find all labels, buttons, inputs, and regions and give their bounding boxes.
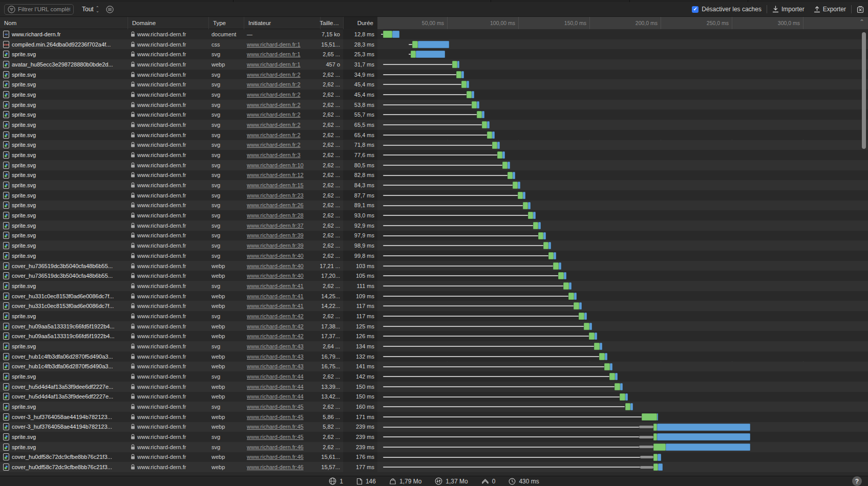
waterfall-cell[interactable]: [377, 402, 868, 412]
initiator-link[interactable]: www.richard-dern.fr:45: [247, 414, 304, 420]
request-row[interactable]: sprite.svgwww.richard-dern.frsvgwww.rich…: [0, 180, 868, 190]
request-row[interactable]: csscompiled.min.264dba0d92236f702a4f...w…: [0, 39, 868, 50]
request-row[interactable]: sprite.svgwww.richard-dern.frsvgwww.rich…: [0, 170, 868, 181]
clear-network-items-button[interactable]: [857, 6, 864, 13]
initiator-link[interactable]: www.richard-dern.fr:40: [247, 273, 304, 279]
initiator-link[interactable]: www.richard-dern.fr:12: [247, 172, 304, 178]
initiator-link[interactable]: www.richard-dern.fr:2: [247, 112, 301, 118]
initiator-link[interactable]: www.richard-dern.fr:37: [247, 223, 304, 229]
filter-options-button[interactable]: [106, 6, 114, 13]
waterfall-cell[interactable]: [377, 271, 868, 281]
waterfall-cell[interactable]: [377, 29, 868, 39]
waterfall-cell[interactable]: [377, 452, 868, 462]
waterfall-cell[interactable]: [377, 210, 868, 220]
waterfall-cell[interactable]: [377, 201, 868, 211]
request-row[interactable]: sprite.svgwww.richard-dern.frsvgwww.rich…: [0, 49, 868, 59]
waterfall-cell[interactable]: [377, 382, 868, 392]
request-row[interactable]: cover_hu5d4d4af13a53f9dee6df2227e...www.…: [0, 392, 868, 402]
waterfall-cell[interactable]: [377, 130, 868, 140]
column-header-initiateur[interactable]: Initiateur: [244, 17, 320, 29]
request-row[interactable]: sprite.svgwww.richard-dern.frsvgwww.rich…: [0, 190, 868, 201]
waterfall-cell[interactable]: [377, 321, 868, 332]
initiator-link[interactable]: www.richard-dern.fr:41: [247, 303, 304, 309]
column-header-type[interactable]: Type: [208, 17, 244, 29]
waterfall-cell[interactable]: [377, 251, 868, 261]
request-row[interactable]: sprite.svgwww.richard-dern.frsvgwww.rich…: [0, 90, 868, 100]
initiator-link[interactable]: www.richard-dern.fr:45: [247, 404, 304, 410]
scrollbar-thumb[interactable]: [862, 32, 866, 149]
vertical-scrollbar[interactable]: [861, 29, 867, 472]
initiator-link[interactable]: www.richard-dern.fr:43: [247, 343, 304, 349]
resource-type-select[interactable]: Tout ⌃⌃: [82, 6, 99, 13]
request-row[interactable]: sprite.svgwww.richard-dern.frsvgwww.rich…: [0, 231, 868, 241]
request-row[interactable]: sprite.svgwww.richard-dern.frsvgwww.rich…: [0, 281, 868, 291]
waterfall-cell[interactable]: [377, 432, 868, 442]
request-row[interactable]: cover_hu0df58c72dc9cfbe8bb76c21f3...www.…: [0, 462, 868, 472]
waterfall-cell[interactable]: [377, 79, 868, 90]
request-row[interactable]: sprite.svgwww.richard-dern.frsvgwww.rich…: [0, 210, 868, 220]
waterfall-cell[interactable]: [377, 240, 868, 251]
request-row[interactable]: sprite.svgwww.richard-dern.frsvgwww.rich…: [0, 120, 868, 130]
request-row[interactable]: sprite.svgwww.richard-dern.frsvgwww.rich…: [0, 402, 868, 412]
waterfall-cell[interactable]: [377, 362, 868, 372]
request-row[interactable]: sprite.svgwww.richard-dern.frsvgwww.rich…: [0, 371, 868, 382]
waterfall-cell[interactable]: [377, 100, 868, 110]
initiator-link[interactable]: www.richard-dern.fr:45: [247, 434, 304, 440]
waterfall-cell[interactable]: [377, 291, 868, 301]
request-row[interactable]: cover_hu09aa5a133319c66fd5f1922b4...www.…: [0, 331, 868, 341]
waterfall-cell[interactable]: [377, 442, 868, 452]
request-row[interactable]: cover_hu0df58c72dc9cfbe8bb76c21f3...www.…: [0, 452, 868, 462]
initiator-link[interactable]: www.richard-dern.fr:43: [247, 354, 304, 360]
request-row[interactable]: sprite.svgwww.richard-dern.frsvgwww.rich…: [0, 140, 868, 150]
initiator-link[interactable]: www.richard-dern.fr:46: [247, 464, 304, 470]
waterfall-cell[interactable]: [377, 261, 868, 271]
initiator-link[interactable]: www.richard-dern.fr:2: [247, 102, 301, 108]
request-row[interactable]: sprite.svgwww.richard-dern.frsvgwww.rich…: [0, 432, 868, 442]
waterfall-cell[interactable]: [377, 150, 868, 160]
initiator-link[interactable]: www.richard-dern.fr:2: [247, 92, 301, 98]
export-button[interactable]: Exporter: [814, 6, 846, 13]
waterfall-cell[interactable]: [377, 341, 868, 351]
waterfall-cell[interactable]: [377, 109, 868, 120]
waterfall-cell[interactable]: [377, 371, 868, 382]
waterfall-cell[interactable]: [377, 231, 868, 241]
waterfall-cell[interactable]: [377, 351, 868, 362]
waterfall-cell[interactable]: [377, 392, 868, 402]
waterfall-cell[interactable]: [377, 39, 868, 50]
request-row[interactable]: sprite.svgwww.richard-dern.frsvgwww.rich…: [0, 240, 868, 251]
request-row[interactable]: cover_hub1c4fb3dfa06d2870f5d490a3...www.…: [0, 362, 868, 372]
disable-caches-checkbox[interactable]: ✓ Désactiver les caches: [692, 6, 761, 13]
initiator-link[interactable]: www.richard-dern.fr:2: [247, 142, 301, 148]
waterfall-cell[interactable]: [377, 331, 868, 341]
waterfall-cell[interactable]: [377, 281, 868, 291]
initiator-link[interactable]: www.richard-dern.fr:42: [247, 323, 304, 329]
import-button[interactable]: Importer: [772, 6, 805, 13]
request-row[interactable]: cover-3_huf3764058ae44194b782123...www.r…: [0, 412, 868, 422]
waterfall-cell[interactable]: [377, 220, 868, 231]
initiator-link[interactable]: www.richard-dern.fr:2: [247, 132, 301, 138]
initiator-link[interactable]: www.richard-dern.fr:23: [247, 192, 304, 198]
initiator-link[interactable]: www.richard-dern.fr:44: [247, 384, 304, 390]
waterfall-cell[interactable]: [377, 160, 868, 170]
waterfall-cell[interactable]: [377, 311, 868, 321]
waterfall-cell[interactable]: [377, 170, 868, 181]
request-row[interactable]: cover_hu5d4d4af13a53f9dee6df2227e...www.…: [0, 382, 868, 392]
initiator-link[interactable]: www.richard-dern.fr:3: [247, 152, 301, 158]
initiator-link[interactable]: www.richard-dern.fr:42: [247, 313, 304, 319]
waterfall-cell[interactable]: [377, 301, 868, 311]
request-row[interactable]: cover_hu736519dc3b5040cfa48b6b55...www.r…: [0, 271, 868, 281]
initiator-link[interactable]: www.richard-dern.fr:44: [247, 373, 304, 380]
request-row[interactable]: sprite.svgwww.richard-dern.frsvgwww.rich…: [0, 109, 868, 120]
initiator-link[interactable]: www.richard-dern.fr:2: [247, 81, 301, 87]
initiator-link[interactable]: www.richard-dern.fr:1: [247, 61, 301, 68]
filter-url-input[interactable]: Filtrer l’URL complète: [4, 4, 74, 15]
request-row[interactable]: sprite.svgwww.richard-dern.frsvgwww.rich…: [0, 220, 868, 231]
request-row[interactable]: sprite.svgwww.richard-dern.frsvgwww.rich…: [0, 311, 868, 321]
initiator-link[interactable]: www.richard-dern.fr:41: [247, 293, 304, 299]
request-row[interactable]: sprite.svgwww.richard-dern.frsvgwww.rich…: [0, 251, 868, 261]
initiator-link[interactable]: www.richard-dern.fr:10: [247, 162, 304, 168]
request-row[interactable]: sprite.svgwww.richard-dern.frsvgwww.rich…: [0, 150, 868, 160]
column-header-nom[interactable]: Nom: [0, 17, 128, 29]
initiator-link[interactable]: www.richard-dern.fr:46: [247, 444, 304, 450]
initiator-link[interactable]: www.richard-dern.fr:40: [247, 263, 304, 269]
